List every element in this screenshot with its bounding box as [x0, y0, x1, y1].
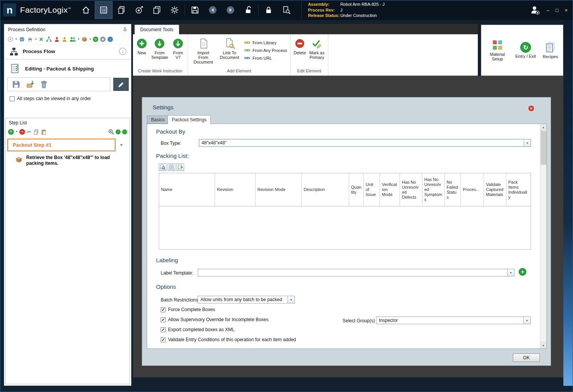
column-header-validate-captured-materials[interactable]: Validate Captured Materials [484, 173, 506, 206]
new-button[interactable]: New [134, 37, 149, 56]
copy-button[interactable] [33, 129, 39, 135]
chevron-down-icon[interactable]: ▾ [35, 38, 37, 41]
remove-step-button[interactable]: − [19, 129, 25, 135]
dropdown-arrow-icon[interactable]: ▼ [287, 296, 294, 303]
column-header-description[interactable]: Description [302, 173, 349, 206]
export-xml-checkbox[interactable]: ✓ [161, 327, 166, 332]
info-button[interactable]: i [108, 37, 113, 42]
maximize-button[interactable]: □ [556, 8, 559, 13]
audit-search-button[interactable] [277, 1, 295, 19]
back-button[interactable] [204, 1, 222, 19]
settings-gear-button[interactable] [166, 1, 183, 19]
hold-button[interactable]: ■ [100, 37, 106, 42]
forward-button[interactable] [222, 1, 239, 19]
order-checkbox[interactable] [10, 96, 15, 101]
web-button[interactable] [19, 36, 25, 42]
find-item-button[interactable] [159, 163, 166, 171]
logout-user-button[interactable] [529, 5, 540, 15]
target-button[interactable] [130, 1, 148, 19]
cut-button[interactable]: ✂ [27, 129, 31, 134]
process-flow-row[interactable]: Process Flow ↓ [4, 45, 131, 58]
zoom-step-button[interactable] [108, 129, 114, 135]
minimize-button[interactable]: – [546, 8, 549, 13]
settings-scrollbar[interactable]: ▲ ▼ [540, 124, 546, 348]
column-header-quantity[interactable]: Quantity [349, 173, 364, 206]
supervisory-override-checkbox[interactable]: ✓ [161, 317, 166, 322]
step-description-row[interactable]: Retrieve the Box '48"x48"x48"' to load p… [6, 151, 129, 166]
batch-restrictions-dropdown[interactable]: Allow units from any batch to be packed … [198, 296, 295, 303]
home-button[interactable] [77, 1, 95, 19]
chevron-down-icon[interactable]: ▾ [16, 130, 17, 133]
close-button[interactable]: × [565, 8, 568, 13]
operator-red-button[interactable] [54, 37, 60, 42]
chevron-down-icon[interactable]: ▾ [15, 38, 17, 41]
process-tree-button[interactable] [46, 36, 52, 42]
edit-list-button[interactable] [168, 163, 175, 171]
column-header-revision[interactable]: Revision [215, 173, 255, 206]
documents-button[interactable] [113, 1, 130, 19]
pin-button[interactable] [122, 27, 128, 33]
process-definition-button[interactable] [95, 1, 113, 19]
active-step-item[interactable]: Packout Step #1 [7, 139, 116, 151]
chevron-down-icon[interactable]: ▾ [89, 38, 91, 41]
add-label-template-button[interactable]: + [519, 268, 526, 276]
step-expand-chevron[interactable]: ▾ [116, 142, 127, 147]
column-header-revision-mode[interactable]: Revision Mode [255, 173, 302, 206]
column-header-has-no-unresolved-symptoms[interactable]: Has No Unresolved Symptoms [422, 173, 445, 206]
collapse-flow-button[interactable]: ↓ [119, 48, 126, 55]
save-step-button[interactable] [12, 80, 21, 89]
from-url-button[interactable]: From URL [244, 55, 287, 61]
add-step-button[interactable]: + [8, 129, 14, 135]
lock-button[interactable] [260, 1, 277, 19]
export-list-button[interactable] [176, 163, 184, 171]
add-process-button[interactable] [7, 36, 13, 42]
validate-entry-conditions-checkbox[interactable]: ✓ [161, 337, 166, 342]
delete-element-button[interactable]: Delete [292, 37, 308, 56]
move-step-up-button[interactable]: ↑ [116, 129, 121, 134]
from-v7-button[interactable]: From V7 [170, 37, 186, 61]
recipes-button[interactable]: Recipes [541, 40, 560, 60]
box-type-dropdown[interactable]: 48"x48"x48" ▼ [199, 139, 531, 147]
label-template-dropdown[interactable]: ▼ [198, 269, 514, 276]
dropdown-arrow-icon[interactable]: ▼ [524, 139, 531, 146]
dropdown-arrow-icon[interactable]: ▼ [523, 317, 530, 324]
material-setup-button[interactable]: Material Setup [485, 38, 510, 62]
force-complete-boxes-checkbox[interactable]: ✓ [161, 307, 166, 312]
import-step-button[interactable] [25, 80, 35, 89]
dropd own-arrow-icon[interactable]: ▼ [507, 269, 514, 276]
edit-work-instruction-button[interactable] [113, 78, 129, 91]
delete-step-button[interactable] [39, 80, 49, 89]
close-process-button[interactable] [39, 37, 44, 42]
save-button[interactable] [186, 1, 204, 19]
print-button[interactable] [27, 36, 33, 42]
scroll-up-button[interactable]: ▲ [540, 124, 546, 131]
entry-exit-button[interactable]: ↻ Entry / Exit [514, 41, 538, 60]
import-from-document-button[interactable]: Import From Document [190, 37, 217, 65]
scroll-down-button[interactable]: ▼ [540, 342, 546, 348]
tab-basics[interactable]: Basics [147, 116, 169, 124]
operator-gold-button[interactable] [62, 37, 67, 42]
column-header-verification-mode[interactable]: Verification Mode [380, 173, 400, 206]
dialog-close-button[interactable]: × [528, 105, 534, 112]
select-groups-dropdown[interactable]: Inspector ▼ [376, 317, 531, 324]
column-header-name[interactable]: Name [159, 173, 215, 206]
scrollbar-thumb[interactable] [541, 131, 546, 165]
from-template-button[interactable]: From Template [149, 37, 170, 61]
column-header-process[interactable]: Proces... [461, 173, 484, 206]
pages-button[interactable] [148, 1, 166, 19]
column-header-unit-of-issue[interactable]: Unit of Issue [364, 173, 380, 206]
mark-as-primary-button[interactable]: Mark as Primary [308, 37, 326, 61]
unlock-button[interactable] [239, 1, 257, 19]
link-to-document-button[interactable]: Link To Document [217, 37, 242, 61]
column-header-no-failed-status[interactable]: No Failed Status [445, 173, 461, 206]
from-any-process-button[interactable]: From Any Process [244, 47, 287, 53]
package-button[interactable] [81, 36, 87, 42]
chevron-down-icon[interactable]: ▾ [78, 38, 79, 41]
column-header-has-no-unresolved-defects[interactable]: Has No Unresolved Defects [400, 173, 422, 206]
groups-button[interactable] [69, 37, 76, 42]
from-library-button[interactable]: From Library [244, 40, 287, 45]
move-step-down-button[interactable]: ↓ [122, 129, 127, 134]
paste-button[interactable] [41, 129, 47, 135]
release-button[interactable]: ↻ [93, 37, 98, 42]
column-header-pack-items-individually[interactable]: Pack Items Individually [506, 173, 531, 206]
